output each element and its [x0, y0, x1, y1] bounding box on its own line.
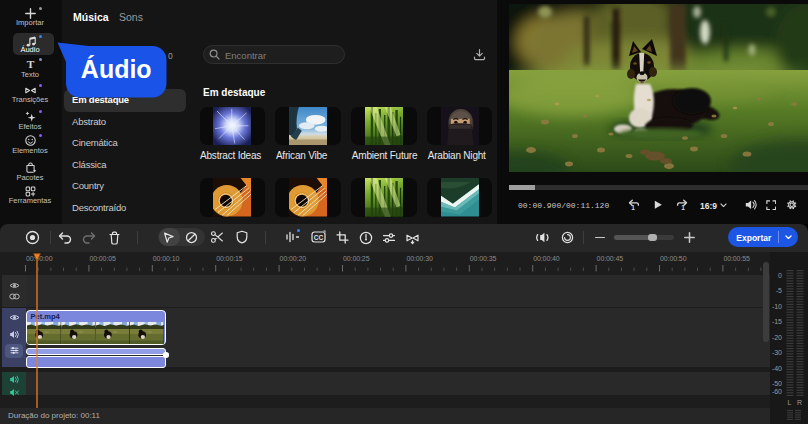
svg-text:1: 1 — [631, 204, 635, 211]
svg-text:CC: CC — [313, 234, 323, 241]
svg-text:1: 1 — [681, 204, 685, 211]
